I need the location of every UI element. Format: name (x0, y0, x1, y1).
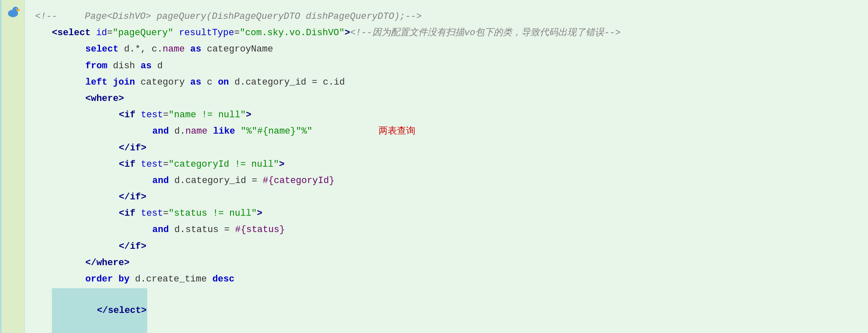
code-line-7: <if test="name != null" > (35, 107, 860, 123)
comment-line-1: <!-- (35, 9, 57, 24)
tag-select-open: < (52, 26, 57, 40)
tag-if-2: if (124, 157, 135, 172)
editor-container: <!-- Page<DishVO> pageQuery(DishPageQuer… (0, 0, 868, 333)
code-area: <!-- Page<DishVO> pageQuery(DishPageQuer… (27, 4, 868, 333)
code-line-18: </select> (35, 287, 860, 333)
attr-resulttype-name: resultType (179, 26, 234, 40)
annotation-two-table: 两表查询 (379, 124, 415, 139)
keyword-as-3: as (190, 75, 201, 90)
keyword-left-join: left join (85, 75, 135, 90)
keyword-as-1: as (190, 42, 201, 57)
code-line-2: <select id="pageQuery" resultType="com.s… (35, 25, 860, 41)
tag-select-close: select (108, 305, 141, 316)
attr-resulttype-value: "com.sky.vo.DishVO" (240, 26, 345, 40)
tag-where-close: </where> (85, 256, 130, 270)
code-line-6: <where> (35, 90, 860, 107)
code-line-12: </if> (35, 189, 860, 205)
string-like-value: "%"#{name}"%" (241, 124, 312, 139)
tag-select-name: select (57, 26, 90, 40)
code-line-15: </if> (35, 238, 860, 255)
tag-if-close-1: if (130, 141, 141, 155)
attr-id-value: "pageQuery" (113, 26, 173, 40)
mybatis-expr-categoryId: #{categoryId} (263, 173, 335, 188)
code-line-1: <!-- Page<DishVO> pageQuery(DishPageQuer… (35, 8, 860, 25)
tag-if-3: if (124, 206, 135, 221)
code-line-10: <if test="categoryId != null" > (35, 156, 860, 173)
attr-id-name: id (96, 26, 107, 40)
code-line-4: from dish as d (35, 58, 860, 74)
code-line-9: </if> (35, 140, 860, 156)
svg-point-4 (16, 8, 17, 9)
tag-if-1: if (124, 108, 135, 122)
code-line-14: and d.status = #{status} (35, 222, 860, 238)
code-line-3: select d.*, c.name as categroyName (35, 41, 860, 57)
code-line-11: and d.category_id = #{categoryId} (35, 173, 860, 189)
keyword-order-by: order by (85, 272, 130, 287)
tag-if-close-3: if (130, 239, 141, 254)
comment-text-1: Page<DishVO> pageQuery(DishPageQueryDTO … (57, 9, 422, 24)
keyword-select: select (85, 42, 118, 57)
keyword-as-2: as (141, 59, 151, 73)
svg-point-2 (16, 9, 20, 11)
duck-icon (5, 4, 20, 19)
keyword-and-2: and (152, 173, 169, 188)
code-line-5: left join category as c on d.category_id… (35, 74, 860, 90)
keyword-and-3: and (152, 222, 169, 237)
inline-comment-1: <!--因为配置文件没有扫描vo包下的类，导致代码出现了错误--> (350, 26, 621, 40)
tag-where-open: <where> (85, 91, 124, 106)
keyword-from: from (85, 59, 108, 73)
mybatis-expr-status: #{status} (235, 222, 285, 237)
code-line-8: and d.name like "%"#{name}"%" 两表查询 (35, 123, 860, 139)
tag-if-close-2: if (130, 190, 141, 204)
code-line-16: </where> (35, 255, 860, 271)
keyword-on: on (218, 75, 229, 90)
code-line-17: order by d.create_time desc (35, 271, 860, 287)
code-line-13: <if test="status != null" > (35, 205, 860, 222)
keyword-and-1: and (152, 124, 169, 139)
keyword-like: like (213, 124, 235, 139)
keyword-desc: desc (213, 272, 235, 287)
gutter (2, 0, 25, 333)
